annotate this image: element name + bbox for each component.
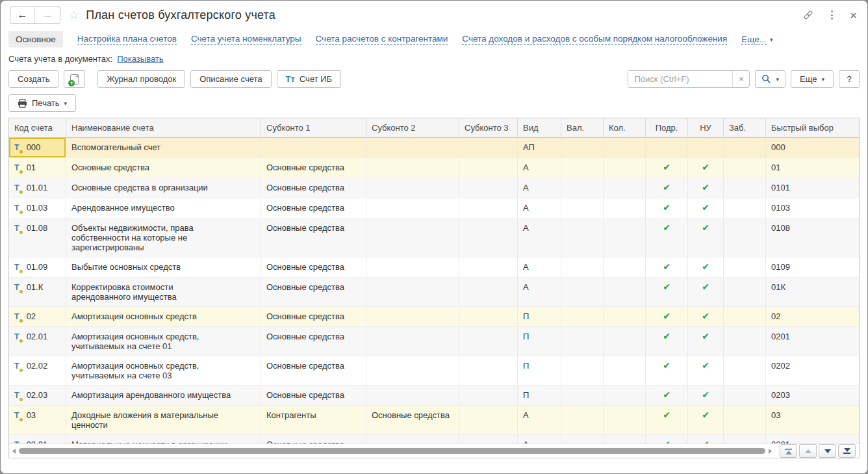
cell-quantity[interactable] (604, 138, 646, 157)
cell-currency[interactable] (561, 257, 604, 277)
cell-subconto2[interactable] (366, 278, 459, 306)
cell-quick-select[interactable]: 01 (766, 158, 859, 178)
cell-subconto3[interactable] (459, 278, 518, 306)
cell-podr[interactable]: ✔ (646, 178, 688, 198)
account-ib-button[interactable]: Тт Счет ИБ (277, 70, 342, 88)
cell-subconto2[interactable] (366, 435, 459, 443)
cell-subconto1[interactable]: Основные средства (261, 386, 366, 405)
cell-quick-select[interactable]: 0202 (766, 356, 859, 385)
page-up-button[interactable] (799, 444, 817, 458)
cell-subconto3[interactable] (459, 327, 518, 356)
cell-currency[interactable] (561, 278, 604, 306)
cell-name[interactable]: Амортизация арендованного имущества (66, 386, 261, 405)
cell-name[interactable]: Основные средства (66, 158, 261, 178)
cell-nu[interactable]: ✔ (688, 327, 724, 356)
cell-quantity[interactable] (604, 178, 646, 198)
cell-podr[interactable]: ✔ (646, 435, 688, 443)
cell-podr[interactable]: ✔ (646, 278, 688, 306)
cell-subconto3[interactable] (459, 307, 518, 326)
tab-link-4[interactable]: Счета доходов и расходов с особым порядк… (462, 34, 727, 45)
scroll-left-arrow[interactable] (12, 449, 16, 454)
cell-quick-select[interactable]: 0301 (766, 435, 859, 443)
cell-subconto1[interactable]: Основные средства (261, 327, 366, 356)
cell-code[interactable]: Т02 (9, 307, 66, 326)
cell-subconto1[interactable]: Основные средства (261, 218, 366, 257)
cell-code[interactable]: Т01.09 (9, 257, 66, 277)
cell-kind[interactable]: АП (518, 138, 561, 157)
cell-podr[interactable]: ✔ (646, 327, 688, 356)
cell-quantity[interactable] (604, 406, 646, 434)
cell-nu[interactable] (688, 138, 724, 157)
cell-code[interactable]: Т03.01 (9, 435, 66, 443)
cell-kind[interactable]: А (518, 198, 561, 218)
column-header-7[interactable]: Вал. (561, 118, 604, 137)
column-header-9[interactable]: Подр. (646, 118, 688, 137)
cell-zab[interactable] (724, 386, 766, 405)
cell-quantity[interactable] (604, 278, 646, 306)
cell-quick-select[interactable]: 0108 (766, 218, 859, 257)
favorite-star-icon[interactable]: ☆ (69, 8, 79, 22)
cell-code[interactable]: Т03 (9, 406, 66, 434)
cell-code[interactable]: Т01.01 (9, 178, 66, 198)
cell-zab[interactable] (724, 257, 766, 277)
cell-podr[interactable]: ✔ (646, 158, 688, 178)
cell-subconto1[interactable]: Контрагенты (261, 406, 366, 434)
cell-subconto2[interactable] (366, 386, 459, 405)
cell-code[interactable]: Т01 (9, 158, 66, 178)
tab-main[interactable]: Основное (8, 31, 63, 47)
create-button[interactable]: Создать (8, 70, 58, 88)
cell-subconto2[interactable] (366, 356, 459, 385)
cell-nu[interactable]: ✔ (688, 198, 724, 218)
cell-name[interactable]: Вспомогательный счет (66, 138, 261, 157)
column-header-6[interactable]: Вид (518, 118, 561, 137)
cell-quick-select[interactable]: 03 (766, 406, 859, 434)
cell-currency[interactable] (561, 386, 604, 405)
go-to-bottom-button[interactable] (838, 444, 856, 458)
cell-currency[interactable] (561, 198, 604, 218)
cell-subconto1[interactable]: Основные средства (261, 257, 366, 277)
cell-nu[interactable]: ✔ (688, 386, 724, 405)
page-down-button[interactable] (819, 444, 836, 458)
cell-podr[interactable]: ✔ (646, 198, 688, 218)
cell-nu[interactable]: ✔ (688, 435, 724, 443)
cell-podr[interactable]: ✔ (646, 356, 688, 385)
search-input[interactable] (628, 71, 732, 87)
cell-podr[interactable]: ✔ (646, 406, 688, 434)
cell-name[interactable]: Амортизация основных средств, учитываемы… (66, 356, 261, 385)
column-header-1[interactable]: Код счета (9, 118, 66, 137)
cell-name[interactable]: Выбытие основных средств (66, 257, 261, 277)
cell-subconto1[interactable]: Основные средства (261, 307, 366, 326)
cell-podr[interactable]: ✔ (646, 218, 688, 257)
table-row-01.03[interactable]: Т01.03Арендованное имуществоОсновные сре… (9, 198, 859, 218)
table-row-01[interactable]: Т01Основные средстваОсновные средстваА✔✔… (9, 158, 859, 178)
column-header-3[interactable]: Субконто 1 (261, 118, 366, 137)
cell-name[interactable]: Доходные вложения в материальные ценност… (66, 406, 261, 434)
column-header-2[interactable]: Наименование счета (66, 118, 261, 137)
cell-quick-select[interactable]: 0109 (766, 257, 859, 277)
scroll-right-arrow[interactable] (769, 449, 772, 454)
cell-quick-select[interactable]: 02 (766, 307, 859, 326)
cell-kind[interactable]: А (518, 158, 561, 178)
cell-code[interactable]: Т01.03 (9, 198, 66, 218)
cell-subconto2[interactable] (366, 138, 459, 157)
print-button[interactable]: Печать ▾ (8, 94, 76, 112)
cell-subconto3[interactable] (459, 138, 518, 157)
link-icon[interactable] (802, 9, 814, 21)
cell-quantity[interactable] (604, 307, 646, 326)
cell-subconto2[interactable] (366, 218, 459, 257)
cell-subconto3[interactable] (459, 218, 518, 257)
tab-link-1[interactable]: Настройка плана счетов (77, 34, 177, 45)
cell-kind[interactable]: П (518, 327, 561, 356)
cell-zab[interactable] (724, 218, 766, 257)
close-icon[interactable]: × (850, 9, 857, 21)
cell-podr[interactable]: ✔ (646, 257, 688, 277)
search-clear-icon[interactable]: × (732, 71, 749, 87)
cell-quick-select[interactable]: 01К (766, 278, 859, 306)
column-header-4[interactable]: Субконто 2 (366, 118, 459, 137)
cell-subconto2[interactable] (366, 307, 459, 326)
cell-nu[interactable]: ✔ (688, 307, 724, 326)
cell-kind[interactable]: А (518, 278, 561, 306)
cell-zab[interactable] (724, 198, 766, 218)
table-row-03.01[interactable]: Т03.01Материальные ценности в организаци… (9, 435, 859, 443)
cell-subconto1[interactable]: Основные средства (261, 198, 366, 218)
